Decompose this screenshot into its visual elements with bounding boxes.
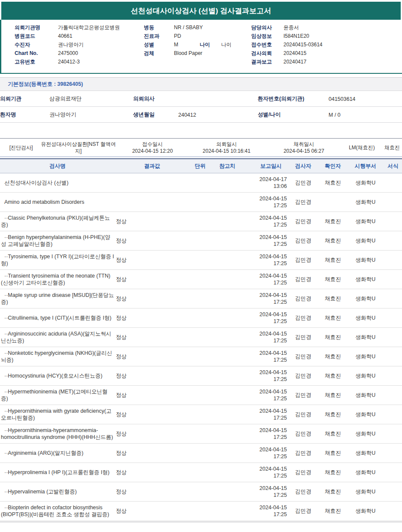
table-row: ··Hyperornithinemia-hyperammonemia-homoc… (0, 424, 402, 444)
table-row: ··Nonketotic hyperglycinemia (NKHG)(글리신뇌… (0, 347, 402, 366)
report-time: 17:25 (244, 472, 287, 479)
confirmer-name: 채효진 (319, 444, 347, 463)
report-time: 13:06 (244, 183, 287, 190)
department-name: 생화학U (347, 270, 384, 289)
column-header-unit: 단위 (189, 159, 211, 173)
department-name: 생화학U (347, 405, 384, 424)
reference-value (211, 463, 243, 482)
unit-value (189, 366, 211, 386)
form-value (384, 366, 402, 386)
reference-value (211, 231, 243, 251)
result-value: 정상 (115, 347, 189, 366)
report-date: 2024-04-15 (244, 292, 287, 299)
field-label: 생년월일 (133, 107, 178, 123)
confirmer-name: 채효진 (319, 386, 347, 405)
test-name: ··Argininosuccinic aciduria (ASA)(알지노썩시닌… (0, 328, 115, 347)
department-name: 생화학U (347, 463, 384, 482)
field-label: 검사의뢰 (251, 50, 283, 57)
report-time: 17:25 (244, 395, 287, 402)
test-name: ··Citrullinemia, type I (CIT)(시트룰린혈증 I형) (0, 308, 115, 328)
field-value (178, 91, 258, 107)
tester-name: 김민경 (288, 386, 319, 405)
report-time: 17:25 (244, 434, 287, 441)
tester-name: 김민경 (288, 463, 319, 482)
table-row: ··Tyrosinemia, type I (TYR I)(고타이로신혈증 I형… (0, 251, 402, 270)
table-row: ··Maple syrup urine disease [MSUD](단풍당뇨증… (0, 289, 402, 308)
field-value: 240412 (178, 107, 258, 123)
unit-value (189, 251, 211, 270)
confirmer-name: 채효진 (319, 231, 347, 251)
table-row: ··Classic Phenylketonuria (PKU)(페닐케톤뇨증) … (0, 212, 402, 231)
field-label: 임상정보 (251, 33, 283, 39)
form-value (384, 251, 402, 270)
field-value: 2475000 (58, 50, 78, 57)
result-value: 정상 (115, 270, 189, 289)
tester-name: 김민경 (288, 405, 319, 424)
results-header-row: 검사명 결과값 단위 참고치 보고일시 검사자 확인자 시행부서 서식 (0, 159, 402, 173)
report-date: 2024-04-15 (244, 427, 287, 434)
test-name: ··Argininemia (ARG)(알지닌혈증) (0, 444, 115, 463)
report-datetime: 2024-04-15 17:25 (243, 444, 288, 463)
age-label: 나이 (200, 41, 210, 48)
test-name: ··Nonketotic hyperglycinemia (NKHG)(글리신뇌… (0, 347, 115, 366)
test-name: ··Hypermethioninemia (MET)(고메티오닌혈증) (0, 386, 115, 405)
confirmer-name: 채효진 (319, 405, 347, 424)
unit-value (189, 193, 211, 212)
department-name: 생화학U (347, 193, 384, 212)
unit-value (189, 424, 211, 444)
collector-name: LM(채효진) (341, 144, 382, 151)
field-value: 40661 (58, 33, 72, 39)
field-value: 가톨릭대학교은평성모병원 (58, 24, 120, 31)
unit-value (189, 463, 211, 482)
test-name: ··Hyperornithinemia-hyperammonemia-homoc… (0, 424, 115, 444)
department-name: 생화학U (347, 424, 384, 444)
reference-value (211, 405, 243, 424)
confirmer-name: 채효진 (319, 289, 347, 308)
header-field: 고유번호240412-3 (15, 58, 144, 65)
test-name: 선천성대사이상검사 (선별) (0, 173, 115, 193)
department-name: 생화학U (347, 328, 384, 347)
test-name: ··Hyperprolinemia I (HP I)(고프롤린혈증 I형) (0, 463, 115, 482)
tester-name: 김민경 (288, 212, 319, 231)
form-value (384, 482, 402, 502)
table-row: ··Transient tyrosinemia of the neonate (… (0, 270, 402, 289)
form-value (384, 463, 402, 482)
result-value: 정상 (115, 308, 189, 328)
column-header-test-name: 검사명 (0, 159, 115, 173)
reference-value (211, 366, 243, 386)
report-time: 17:25 (244, 337, 287, 344)
field-value: 240412-3 (58, 58, 80, 65)
column-header-tester: 검사자 (288, 159, 319, 173)
report-time: 17:25 (244, 357, 287, 363)
column-header-form: 서식 (384, 159, 402, 173)
department-name: 생화학U (347, 482, 384, 502)
result-value: 정상 (115, 251, 189, 270)
confirmer-name: 채효진 (319, 424, 347, 444)
report-date: 2024-04-17 (244, 176, 287, 183)
reference-value (211, 193, 243, 212)
result-value: 정상 (115, 289, 189, 308)
tester-name: 김민경 (288, 251, 319, 270)
report-date: 2024-04-15 (244, 388, 287, 395)
reference-value (211, 347, 243, 366)
field-label: 의뢰기관명 (15, 24, 58, 31)
table-row: ··Benign hyperphenylalaninemia (H-PHE)(양… (0, 231, 402, 251)
unit-value (189, 386, 211, 405)
report-datetime: 2024-04-15 17:25 (243, 193, 288, 212)
report-datetime: 2024-04-15 17:25 (243, 328, 288, 347)
field-label: 의뢰기관 (0, 91, 49, 107)
form-value (384, 231, 402, 251)
report-time: 17:25 (244, 453, 287, 460)
confirmer-name: 채효진 (319, 173, 347, 193)
department-name: 생화학U (347, 173, 384, 193)
report-datetime: 2024-04-15 17:25 (243, 289, 288, 308)
tester-name: 김민경 (288, 347, 319, 366)
unit-value (189, 173, 211, 193)
confirmer-name: 채효진 (319, 328, 347, 347)
reference-value (211, 444, 243, 463)
department-name: 생화학U (347, 502, 384, 521)
reference-value (211, 328, 243, 347)
report-date: 2024-04-15 (244, 504, 287, 511)
test-name: ··Hyperornithinemia with gyrate deficien… (0, 405, 115, 424)
report-date: 2024-04-15 (244, 466, 287, 472)
